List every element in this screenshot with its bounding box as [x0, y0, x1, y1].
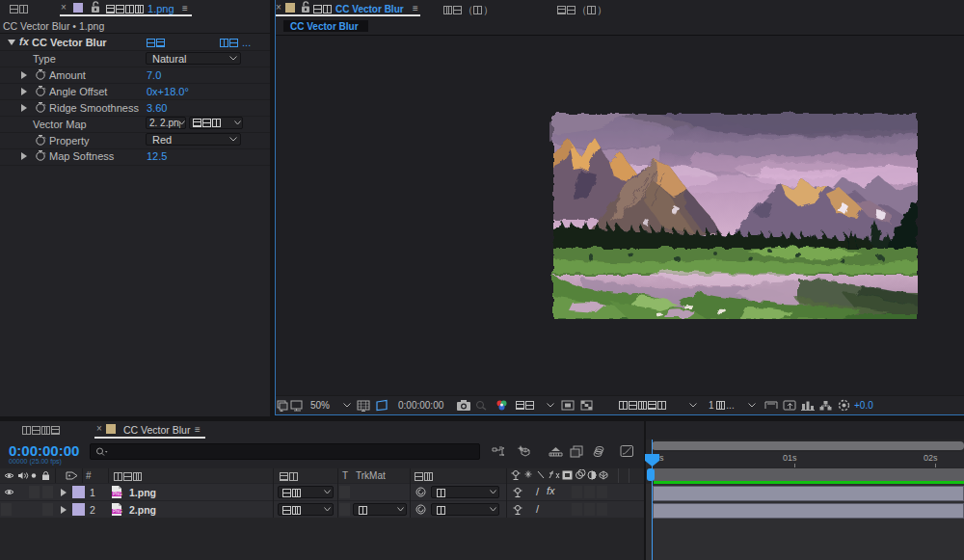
- svg-text:PNG: PNG: [113, 492, 122, 496]
- svg-text:PNG: PNG: [113, 509, 122, 514]
